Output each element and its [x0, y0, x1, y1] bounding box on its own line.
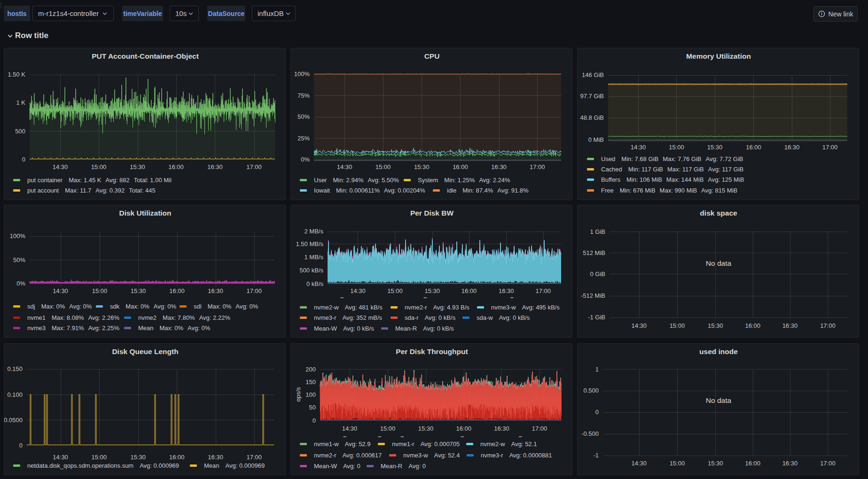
- svg-text:16:00: 16:00: [168, 163, 184, 170]
- svg-text:1: 1: [595, 366, 599, 373]
- svg-text:16:00: 16:00: [461, 287, 477, 294]
- svg-text:17:00: 17:00: [536, 287, 551, 294]
- svg-text:15:00: 15:00: [669, 144, 684, 151]
- svg-text:14:30: 14:30: [350, 287, 366, 294]
- svg-text:15:00: 15:00: [670, 322, 685, 329]
- svg-text:100: 100: [305, 391, 316, 398]
- svg-text:0.150: 0.150: [7, 365, 23, 372]
- svg-text:16:00: 16:00: [456, 425, 472, 432]
- svg-text:16:00: 16:00: [745, 460, 761, 467]
- svg-text:0: 0: [595, 409, 599, 416]
- svg-text:16:30: 16:30: [208, 454, 223, 461]
- svg-text:No data: No data: [706, 396, 732, 404]
- svg-text:14:30: 14:30: [631, 144, 646, 151]
- svg-text:0.500: 0.500: [583, 387, 599, 394]
- svg-text:15:30: 15:30: [707, 144, 723, 151]
- svg-text:15:00: 15:00: [91, 163, 107, 170]
- svg-text:15:00: 15:00: [375, 163, 391, 170]
- svg-text:1 GiB: 1 GiB: [590, 228, 605, 235]
- svg-text:75%: 75%: [297, 92, 310, 99]
- svg-text:50%: 50%: [297, 113, 310, 120]
- svg-text:16:30: 16:30: [782, 460, 798, 467]
- svg-text:0%: 0%: [16, 280, 25, 287]
- svg-text:15:00: 15:00: [92, 454, 107, 461]
- svg-text:15:30: 15:30: [708, 322, 723, 329]
- svg-text:16:00: 16:00: [746, 144, 761, 151]
- svg-text:CPU: CPU: [424, 52, 440, 60]
- svg-text:0: 0: [313, 417, 316, 424]
- svg-text:50: 50: [309, 404, 316, 411]
- svg-text:PUT Account-Container-Object: PUT Account-Container-Object: [92, 52, 199, 60]
- svg-text:15:30: 15:30: [131, 287, 146, 294]
- svg-text:14:30: 14:30: [53, 163, 68, 170]
- svg-text:100%: 100%: [10, 232, 26, 240]
- svg-text:-1: -1: [593, 452, 599, 459]
- svg-text:14:30: 14:30: [631, 460, 647, 467]
- svg-text:15:30: 15:30: [424, 287, 440, 294]
- svg-text:17:00: 17:00: [530, 163, 545, 170]
- svg-text:0.100: 0.100: [7, 391, 23, 398]
- svg-text:97.7 GiB: 97.7 GiB: [580, 93, 604, 100]
- svg-text:Memory Utilization: Memory Utilization: [686, 52, 751, 60]
- svg-text:14:30: 14:30: [53, 287, 68, 294]
- svg-text:146 GiB: 146 GiB: [582, 71, 604, 78]
- svg-text:2 MB/s: 2 MB/s: [305, 228, 324, 235]
- svg-text:17:00: 17:00: [532, 425, 547, 432]
- svg-text:17:00: 17:00: [820, 460, 836, 467]
- svg-text:15:30: 15:30: [130, 454, 146, 461]
- svg-text:100%: 100%: [294, 70, 310, 77]
- svg-text:14:30: 14:30: [337, 163, 352, 170]
- svg-text:-512 MiB: -512 MiB: [581, 292, 605, 299]
- svg-text:500 kB/s: 500 kB/s: [299, 267, 323, 274]
- svg-text:ops/s: ops/s: [295, 387, 302, 402]
- svg-text:-0.500: -0.500: [581, 430, 599, 437]
- svg-text:0: 0: [19, 442, 23, 449]
- svg-text:No data: No data: [706, 259, 732, 267]
- svg-text:16:30: 16:30: [207, 163, 223, 170]
- svg-text:used inode: used inode: [699, 348, 738, 355]
- svg-text:15:30: 15:30: [418, 425, 434, 432]
- svg-text:16:30: 16:30: [782, 322, 798, 329]
- svg-text:Disk Utilization: Disk Utilization: [119, 209, 171, 217]
- svg-text:150: 150: [305, 379, 316, 386]
- svg-text:0 kB/s: 0 kB/s: [306, 280, 324, 287]
- svg-text:14:30: 14:30: [53, 454, 68, 461]
- svg-text:48.8 GiB: 48.8 GiB: [580, 114, 604, 121]
- svg-text:15:00: 15:00: [380, 425, 396, 432]
- svg-text:14:30: 14:30: [631, 322, 647, 329]
- svg-text:1 MB/s: 1 MB/s: [305, 254, 324, 261]
- svg-text:14:30: 14:30: [342, 425, 358, 432]
- svg-text:16:30: 16:30: [499, 287, 514, 294]
- svg-text:Disk Queue Length: Disk Queue Length: [112, 348, 178, 355]
- svg-text:25%: 25%: [297, 135, 310, 142]
- svg-text:16:30: 16:30: [494, 425, 509, 432]
- svg-text:15:00: 15:00: [92, 287, 108, 294]
- svg-text:1 K: 1 K: [16, 99, 25, 106]
- svg-text:15:30: 15:30: [130, 163, 145, 170]
- svg-text:17:00: 17:00: [246, 287, 262, 294]
- svg-text:0.0500: 0.0500: [4, 417, 23, 424]
- svg-text:15:30: 15:30: [708, 460, 723, 467]
- svg-text:Per Disk Throughput: Per Disk Throughput: [396, 348, 468, 355]
- svg-text:16:00: 16:00: [453, 163, 468, 170]
- svg-text:17:00: 17:00: [246, 454, 262, 461]
- svg-text:Per Disk BW: Per Disk BW: [410, 209, 454, 217]
- svg-text:15:30: 15:30: [414, 163, 430, 170]
- svg-text:0: 0: [22, 156, 25, 163]
- svg-text:-1 GiB: -1 GiB: [588, 314, 605, 321]
- svg-text:0 GiB: 0 GiB: [590, 270, 605, 278]
- svg-text:16:30: 16:30: [784, 144, 800, 151]
- svg-text:16:00: 16:00: [169, 287, 185, 294]
- svg-text:17:00: 17:00: [246, 163, 262, 170]
- svg-text:500: 500: [15, 128, 25, 135]
- svg-text:15:00: 15:00: [670, 460, 685, 467]
- svg-text:0%: 0%: [301, 156, 310, 163]
- svg-text:disk space: disk space: [700, 209, 737, 217]
- svg-text:16:30: 16:30: [491, 163, 507, 170]
- svg-text:16:30: 16:30: [208, 287, 223, 294]
- svg-text:1.50 MB/s: 1.50 MB/s: [296, 240, 323, 247]
- svg-text:16:00: 16:00: [169, 454, 185, 461]
- svg-text:200: 200: [305, 366, 316, 373]
- svg-text:16:00: 16:00: [745, 322, 761, 329]
- svg-text:17:00: 17:00: [820, 322, 836, 329]
